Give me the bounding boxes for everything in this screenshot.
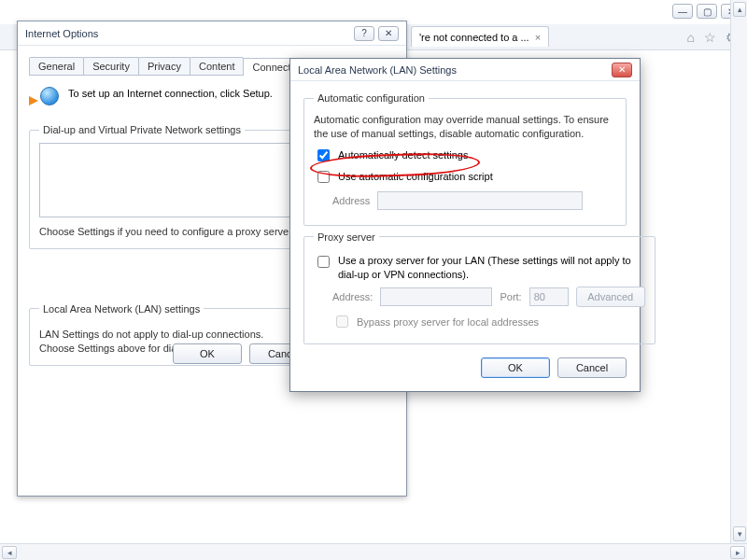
- use-script-label: Use automatic configuration script: [338, 171, 493, 182]
- proxy-address-label: Address:: [332, 291, 373, 302]
- scroll-down-icon[interactable]: ▾: [733, 526, 746, 541]
- bypass-checkbox[interactable]: [336, 315, 348, 328]
- use-proxy-checkbox[interactable]: [317, 256, 330, 268]
- auto-detect-checkbox[interactable]: [317, 149, 330, 161]
- internet-options-title: Internet Options: [25, 28, 350, 39]
- use-script-checkbox[interactable]: [317, 171, 330, 183]
- bypass-label: Bypass proxy server for local addresses: [357, 316, 539, 328]
- scroll-left-icon[interactable]: ◂: [2, 546, 17, 559]
- horizontal-scrollbar[interactable]: ◂ ▸: [0, 543, 747, 560]
- auto-config-legend: Automatic configuration: [314, 92, 429, 104]
- bypass-row[interactable]: Bypass proxy server for local addresses: [332, 313, 645, 330]
- proxy-advanced-button[interactable]: Advanced: [576, 287, 645, 307]
- globe-setup-icon: [29, 87, 59, 113]
- io-ok-button[interactable]: OK: [173, 343, 242, 364]
- lan-ok-button[interactable]: OK: [481, 357, 550, 378]
- proxy-port-input[interactable]: [529, 287, 569, 306]
- favorites-icon[interactable]: ☆: [704, 30, 716, 45]
- setup-text: To set up an Internet connection, click …: [68, 87, 273, 101]
- scroll-up-icon[interactable]: ▴: [733, 2, 746, 17]
- script-address-input[interactable]: [377, 191, 583, 210]
- auto-config-desc: Automatic configuration may override man…: [314, 113, 616, 141]
- home-icon[interactable]: ⌂: [687, 30, 695, 45]
- proxy-legend: Proxy server: [314, 231, 379, 243]
- use-proxy-row[interactable]: Use a proxy server for your LAN (These s…: [314, 254, 645, 282]
- dialog-close-button[interactable]: ✕: [378, 26, 399, 41]
- tab-close-icon[interactable]: ×: [535, 32, 541, 43]
- tab-general[interactable]: General: [29, 57, 84, 75]
- tab-content[interactable]: Content: [190, 57, 245, 75]
- dialog-help-button[interactable]: ?: [354, 26, 374, 41]
- lan-settings-legend: Local Area Network (LAN) settings: [39, 303, 204, 315]
- use-script-row[interactable]: Use automatic configuration script: [314, 168, 616, 186]
- browser-tab[interactable]: 're not connected to a ... ×: [411, 26, 549, 47]
- browser-tab-label: 're not connected to a ...: [419, 32, 529, 43]
- proxy-group: Proxy server Use a proxy server for your…: [303, 231, 655, 345]
- browser-maximize-button[interactable]: ▢: [697, 4, 717, 19]
- scroll-right-icon[interactable]: ▸: [730, 546, 745, 559]
- auto-detect-label: Automatically detect settings: [338, 149, 468, 161]
- tab-security[interactable]: Security: [83, 57, 139, 75]
- lan-cancel-button[interactable]: Cancel: [557, 357, 627, 378]
- auto-detect-row[interactable]: Automatically detect settings: [314, 147, 616, 164]
- lan-dialog-title: Local Area Network (LAN) Settings: [298, 64, 612, 76]
- lan-close-button[interactable]: ✕: [612, 63, 632, 77]
- dialup-vpn-legend: Dial-up and Virtual Private Network sett…: [39, 124, 245, 135]
- vertical-scrollbar[interactable]: ▴ ▾: [730, 0, 747, 543]
- browser-minimize-button[interactable]: —: [672, 4, 693, 19]
- proxy-address-input[interactable]: [380, 287, 492, 306]
- auto-config-group: Automatic configuration Automatic config…: [303, 92, 627, 226]
- lan-settings-dialog: Local Area Network (LAN) Settings ✕ Auto…: [289, 58, 641, 392]
- proxy-port-label: Port:: [500, 291, 521, 302]
- script-address-label: Address: [332, 195, 370, 206]
- use-proxy-label: Use a proxy server for your LAN (These s…: [338, 254, 645, 282]
- tab-privacy[interactable]: Privacy: [138, 57, 190, 75]
